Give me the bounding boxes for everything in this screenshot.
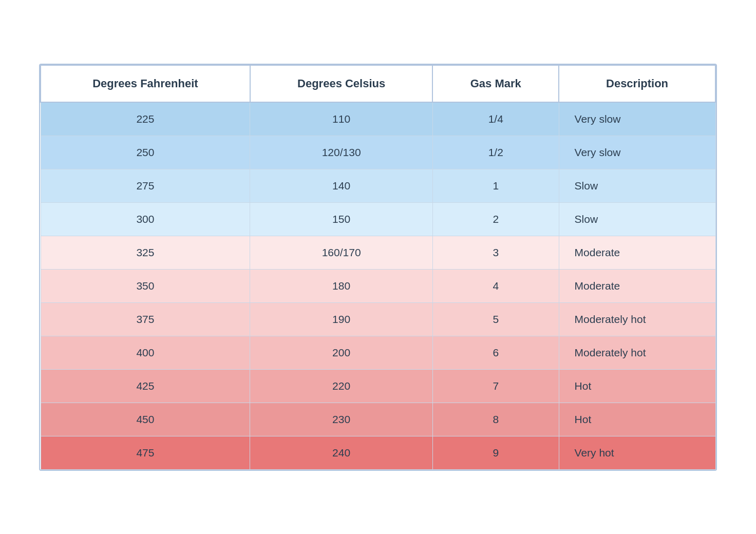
cell-celsius: 230	[250, 403, 433, 436]
cell-fahrenheit: 275	[41, 169, 250, 202]
cell-gas-mark: 9	[432, 436, 559, 469]
cell-fahrenheit: 400	[41, 336, 250, 369]
header-gas-mark: Gas Mark	[432, 65, 559, 102]
cell-celsius: 240	[250, 436, 433, 469]
table-row: 4502308Hot	[41, 403, 715, 436]
cell-fahrenheit: 350	[41, 269, 250, 302]
cell-fahrenheit: 325	[41, 236, 250, 269]
table-row: 325160/1703Moderate	[41, 236, 715, 269]
cell-celsius: 160/170	[250, 236, 433, 269]
cell-description: Very slow	[559, 102, 715, 136]
cell-celsius: 140	[250, 169, 433, 202]
cell-gas-mark: 1/2	[432, 136, 559, 169]
cell-gas-mark: 2	[432, 202, 559, 236]
cell-gas-mark: 1	[432, 169, 559, 202]
cell-description: Hot	[559, 403, 715, 436]
cell-gas-mark: 3	[432, 236, 559, 269]
cell-gas-mark: 6	[432, 336, 559, 369]
header-fahrenheit: Degrees Fahrenheit	[41, 65, 250, 102]
cell-fahrenheit: 375	[41, 302, 250, 336]
cell-gas-mark: 7	[432, 369, 559, 403]
cell-celsius: 120/130	[250, 136, 433, 169]
cell-description: Slow	[559, 169, 715, 202]
oven-temperature-table: Degrees Fahrenheit Degrees Celsius Gas M…	[39, 64, 717, 471]
cell-description: Moderate	[559, 269, 715, 302]
cell-gas-mark: 1/4	[432, 102, 559, 136]
table-row: 250120/1301/2Very slow	[41, 136, 715, 169]
cell-description: Moderately hot	[559, 302, 715, 336]
table-row: 4752409Very hot	[41, 436, 715, 469]
cell-fahrenheit: 425	[41, 369, 250, 403]
table-row: 3751905Moderately hot	[41, 302, 715, 336]
cell-celsius: 110	[250, 102, 433, 136]
table-row: 3001502Slow	[41, 202, 715, 236]
cell-description: Very hot	[559, 436, 715, 469]
cell-gas-mark: 8	[432, 403, 559, 436]
table-row: 4002006Moderately hot	[41, 336, 715, 369]
cell-fahrenheit: 300	[41, 202, 250, 236]
header-description: Description	[559, 65, 715, 102]
table-header-row: Degrees Fahrenheit Degrees Celsius Gas M…	[41, 65, 715, 102]
cell-fahrenheit: 225	[41, 102, 250, 136]
cell-celsius: 150	[250, 202, 433, 236]
cell-fahrenheit: 450	[41, 403, 250, 436]
cell-description: Hot	[559, 369, 715, 403]
cell-celsius: 180	[250, 269, 433, 302]
cell-fahrenheit: 475	[41, 436, 250, 469]
cell-description: Moderately hot	[559, 336, 715, 369]
cell-fahrenheit: 250	[41, 136, 250, 169]
cell-description: Very slow	[559, 136, 715, 169]
cell-celsius: 220	[250, 369, 433, 403]
cell-gas-mark: 4	[432, 269, 559, 302]
cell-description: Moderate	[559, 236, 715, 269]
cell-gas-mark: 5	[432, 302, 559, 336]
table-row: 2251101/4Very slow	[41, 102, 715, 136]
table-row: 2751401Slow	[41, 169, 715, 202]
cell-description: Slow	[559, 202, 715, 236]
cell-celsius: 190	[250, 302, 433, 336]
table-row: 4252207Hot	[41, 369, 715, 403]
header-celsius: Degrees Celsius	[250, 65, 433, 102]
cell-celsius: 200	[250, 336, 433, 369]
table-row: 3501804Moderate	[41, 269, 715, 302]
